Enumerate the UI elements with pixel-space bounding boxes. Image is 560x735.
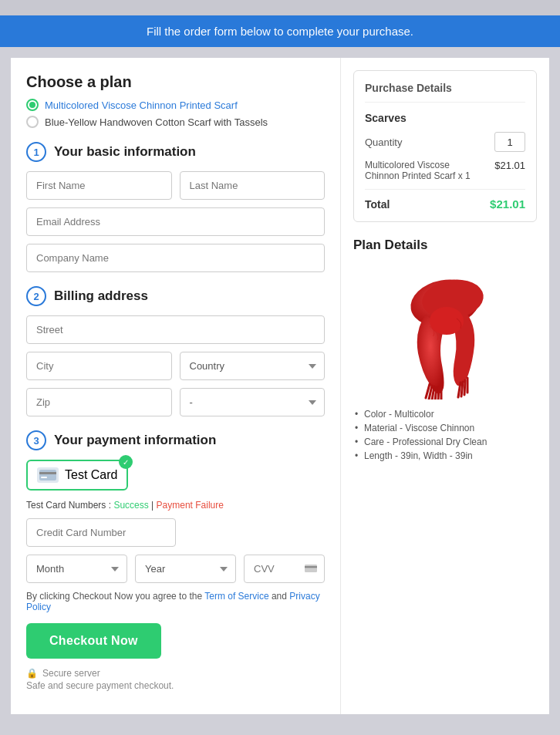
section1-number: 1 (26, 142, 46, 162)
checkout-button[interactable]: Checkout Now (26, 623, 161, 659)
svg-line-12 (438, 387, 439, 400)
banner-text: Fill the order form below to complete yo… (147, 25, 413, 38)
choose-plan-section: Choose a plan Multicolored Viscose Chinn… (26, 73, 325, 128)
quantity-label: Quantity (365, 137, 402, 148)
svg-line-16 (464, 380, 465, 395)
secure-server-row: 🔒 Secure server (26, 668, 325, 679)
total-price: $21.01 (490, 197, 525, 211)
quantity-value: 1 (494, 132, 525, 152)
city-country-row: Country (26, 352, 325, 380)
scarf-image (376, 261, 514, 400)
tos-text: By clicking Checkout Now you agree to th… (26, 591, 325, 612)
card-check-icon: ✓ (119, 455, 133, 469)
street-input[interactable] (26, 315, 325, 344)
company-input[interactable] (26, 244, 325, 272)
month-year-cvv-row: Month 01020304 05060708 09101112 Year 20… (26, 555, 325, 583)
card-selector: Test Card ✓ (26, 460, 325, 491)
section3-number: 3 (26, 430, 46, 450)
svg-line-15 (461, 382, 463, 396)
plan-option-1-label: Multicolored Viscose Chinnon Printed Sca… (45, 99, 238, 111)
last-name-input[interactable] (180, 171, 326, 200)
card-label: Test Card (65, 468, 117, 482)
item-name: Multicolored Viscose Chinnon Printed Sca… (365, 160, 471, 181)
left-panel: Choose a plan Multicolored Viscose Chinn… (11, 58, 341, 714)
section2-heading: 2 Billing address (26, 286, 325, 306)
item-row: Multicolored Viscose Chinnon Printed Sca… (365, 160, 525, 190)
svg-rect-1 (39, 472, 56, 474)
page-wrapper: Fill the order form below to complete yo… (0, 15, 560, 735)
section2-number: 2 (26, 286, 46, 306)
cc-number-row (26, 518, 325, 547)
plan-detail-1: Color - Multicolor (353, 409, 537, 420)
quantity-row: Quantity 1 (365, 132, 525, 152)
failure-link[interactable]: Payment Failure (157, 500, 224, 511)
tos-middle: and (269, 591, 290, 602)
street-row (26, 315, 325, 344)
item-price: $21.01 (494, 160, 525, 171)
svg-line-11 (435, 387, 437, 400)
choose-plan-title: Choose a plan (26, 73, 325, 91)
section1-heading: 1 Your basic information (26, 142, 325, 162)
plan-option-2-label: Blue-Yellow Handwoven Cotton Scarf with … (45, 116, 268, 128)
secure-sub-row: Safe and secure payment checkout. (26, 680, 325, 691)
email-row (26, 207, 325, 236)
name-row (26, 171, 325, 200)
zip-state-row: - (26, 388, 325, 416)
card-icon (37, 467, 59, 483)
secure-sub: Safe and secure payment checkout. (26, 680, 174, 691)
company-row (26, 244, 325, 272)
cvv-card-icon (305, 562, 317, 576)
cvv-wrapper (244, 555, 325, 583)
right-panel: Purchase Details Scarves Quantity 1 Mult… (341, 58, 549, 714)
state-select[interactable]: - (180, 388, 326, 416)
zip-input[interactable] (26, 388, 172, 416)
top-banner: Fill the order form below to complete yo… (0, 15, 560, 47)
success-link[interactable]: Success (113, 500, 148, 511)
svg-rect-2 (41, 477, 47, 478)
svg-rect-0 (39, 470, 56, 480)
plan-details-list: Color - Multicolor Material - Viscose Ch… (353, 409, 537, 461)
year-select[interactable]: Year 2024202520262027 202820292030 (135, 555, 236, 583)
lock-icon: 🔒 (26, 668, 38, 679)
plan-details-section: Plan Details (353, 238, 537, 461)
test-card-label: Test Card Numbers : (26, 500, 111, 511)
tos-before: By clicking Checkout Now you agree to th… (26, 591, 204, 602)
secure-info: 🔒 Secure server Safe and secure payment … (26, 668, 325, 691)
country-select[interactable]: Country (180, 352, 326, 380)
plan-detail-2: Material - Viscose Chinnon (353, 423, 537, 433)
plan-details-title: Plan Details (353, 238, 537, 253)
plan-option-1[interactable]: Multicolored Viscose Chinnon Printed Sca… (26, 99, 325, 111)
plan-detail-4: Length - 39in, Width - 39in (353, 450, 537, 461)
section2-title: Billing address (54, 288, 148, 304)
city-input[interactable] (26, 352, 172, 380)
cc-number-input[interactable] (26, 518, 176, 547)
section3-heading: 3 Your payment information (26, 430, 325, 450)
total-row: Total $21.01 (365, 197, 525, 211)
plan-option-2[interactable]: Blue-Yellow Handwoven Cotton Scarf with … (26, 116, 325, 128)
plan-detail-3: Care - Professional Dry Clean (353, 437, 537, 447)
radio-selected-icon (26, 99, 39, 111)
svg-rect-4 (305, 566, 317, 568)
secure-label: Secure server (42, 668, 100, 679)
section1-title: Your basic information (54, 144, 196, 160)
purchase-details-title: Purchase Details (365, 82, 525, 103)
first-name-input[interactable] (26, 171, 172, 200)
scarf-image-container (353, 261, 537, 400)
radio-unselected-icon (26, 116, 39, 128)
total-label: Total (365, 198, 390, 211)
section3-title: Your payment information (54, 433, 216, 448)
main-content: Choose a plan Multicolored Viscose Chinn… (11, 58, 549, 714)
scarves-title: Scarves (365, 112, 525, 124)
email-input[interactable] (26, 207, 325, 236)
svg-rect-3 (305, 564, 317, 571)
tos-link[interactable]: Term of Service (204, 591, 268, 602)
test-card-numbers: Test Card Numbers : Success | Payment Fa… (26, 500, 325, 511)
purchase-details-box: Purchase Details Scarves Quantity 1 Mult… (353, 70, 537, 222)
month-select[interactable]: Month 01020304 05060708 09101112 (26, 555, 127, 583)
card-option-testcard[interactable]: Test Card ✓ (26, 460, 128, 491)
